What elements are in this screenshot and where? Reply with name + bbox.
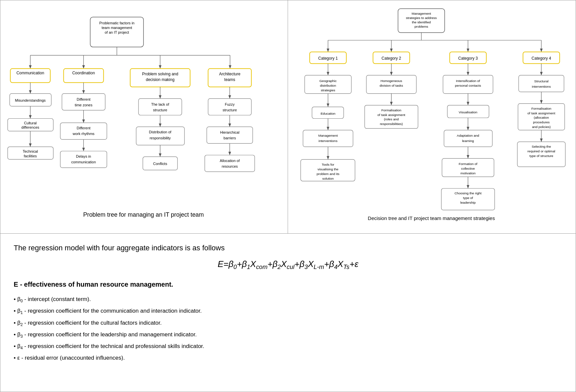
svg-marker-142 — [467, 72, 469, 75]
svg-text:Geographic: Geographic — [319, 79, 337, 83]
svg-text:time zones: time zones — [75, 103, 93, 107]
bullet-item: ε - residual error (unaccounted influenc… — [14, 352, 562, 364]
svg-text:Different: Different — [77, 97, 90, 101]
svg-text:Communication: Communication — [16, 71, 44, 75]
svg-marker-114 — [327, 104, 329, 107]
svg-marker-14 — [229, 65, 231, 69]
svg-text:Education: Education — [321, 112, 335, 115]
svg-text:of task assignment: of task assignment — [528, 111, 555, 115]
svg-text:(allocation: (allocation — [534, 116, 549, 119]
svg-text:Different: Different — [77, 126, 90, 130]
svg-text:Coordination: Coordination — [72, 71, 95, 75]
svg-text:of an IT project: of an IT project — [105, 30, 129, 34]
svg-rect-119 — [303, 130, 353, 147]
svg-text:visualising the: visualising the — [318, 167, 339, 171]
svg-text:motivation: motivation — [461, 171, 476, 175]
svg-text:problem and its: problem and its — [317, 172, 339, 176]
svg-text:interventions: interventions — [532, 85, 551, 88]
svg-text:responsibility: responsibility — [150, 136, 171, 140]
svg-text:Category 4: Category 4 — [532, 56, 551, 61]
svg-text:decision making: decision making — [146, 77, 175, 82]
svg-text:collective: collective — [461, 167, 475, 170]
bullet-item: β1 - regression coefficient for the comm… — [14, 305, 562, 317]
svg-text:of task assignment: of task assignment — [377, 113, 405, 117]
svg-rect-169 — [519, 75, 564, 92]
svg-text:responsibilities): responsibilities) — [380, 122, 403, 126]
bottom-section: The regression model with four aggregate… — [0, 234, 576, 392]
svg-text:solution: solution — [322, 177, 334, 180]
svg-marker-12 — [82, 65, 85, 69]
svg-text:facilities: facilities — [24, 154, 37, 158]
svg-marker-35 — [29, 143, 32, 147]
svg-marker-40 — [82, 90, 85, 94]
svg-rect-80 — [205, 155, 255, 172]
svg-text:Problem tree for managing an I: Problem tree for managing an IT project … — [83, 211, 204, 218]
svg-marker-135 — [390, 102, 393, 105]
svg-text:Structural: Structural — [534, 79, 549, 83]
svg-text:communication: communication — [71, 160, 96, 164]
svg-text:Formation of: Formation of — [459, 162, 477, 166]
bullet-item: β2 - regression coefficient for the cult… — [14, 317, 562, 329]
bullet-item: β0 - intercept (constant term). — [14, 294, 562, 305]
bullet-item: β3 - regression coefficient for the lead… — [14, 329, 562, 341]
svg-text:Selecting the: Selecting the — [532, 145, 551, 148]
svg-text:structure: structure — [223, 108, 237, 112]
svg-rect-70 — [208, 99, 252, 115]
svg-text:Adaptation and: Adaptation and — [457, 134, 479, 137]
svg-rect-41 — [62, 94, 105, 110]
svg-text:Problematic factors in: Problematic factors in — [99, 21, 134, 25]
svg-marker-181 — [540, 138, 543, 142]
right-panel: Management strategies to address the ide… — [288, 0, 576, 233]
svg-text:Category 3: Category 3 — [458, 56, 478, 61]
bullet-item: β4 - regression coefficient for the tech… — [14, 341, 562, 352]
svg-text:procedures: procedures — [533, 120, 550, 124]
svg-text:resources: resources — [222, 164, 238, 168]
svg-text:teams: teams — [224, 77, 235, 82]
svg-text:Misunderstandings: Misunderstandings — [15, 98, 46, 102]
svg-text:required or optimal: required or optimal — [528, 149, 555, 153]
svg-text:Homogeneous: Homogeneous — [380, 79, 402, 83]
svg-text:Intensification of: Intensification of — [456, 79, 480, 83]
svg-rect-46 — [60, 123, 107, 139]
decision-tree-svg: Management strategies to address the ide… — [288, 0, 576, 233]
svg-marker-74 — [228, 123, 231, 127]
svg-text:Distribution of: Distribution of — [149, 130, 172, 134]
svg-text:work rhythms: work rhythms — [72, 132, 95, 136]
svg-marker-50 — [82, 148, 85, 151]
svg-marker-108 — [327, 72, 329, 75]
svg-text:Category 1: Category 1 — [318, 56, 338, 61]
svg-text:type of structure: type of structure — [529, 154, 553, 158]
left-panel: Problematic factors in team management o… — [0, 0, 288, 233]
svg-marker-151 — [467, 127, 469, 130]
top-section: Problematic factors in team management o… — [0, 0, 576, 234]
svg-marker-69 — [228, 95, 231, 99]
svg-rect-75 — [207, 127, 253, 143]
svg-text:Visualisation: Visualisation — [459, 110, 477, 114]
svg-marker-98 — [540, 49, 543, 52]
svg-text:the identified: the identified — [412, 20, 431, 24]
svg-marker-96 — [467, 49, 469, 52]
svg-text:personal contacts: personal contacts — [455, 84, 481, 87]
problem-tree-svg: Problematic factors in team management o… — [0, 0, 288, 233]
svg-marker-118 — [327, 127, 329, 130]
svg-text:structure: structure — [153, 108, 168, 112]
svg-text:differences: differences — [21, 125, 39, 129]
svg-marker-94 — [390, 49, 393, 52]
svg-text:strategies to address: strategies to address — [406, 16, 437, 20]
svg-text:Decision tree and IT project t: Decision tree and IT project team manage… — [368, 215, 495, 221]
svg-rect-56 — [138, 99, 182, 115]
svg-marker-92 — [327, 49, 329, 52]
svg-text:barriers: barriers — [224, 136, 236, 140]
svg-marker-156 — [467, 155, 469, 158]
svg-text:Conflicts: Conflicts — [153, 162, 168, 166]
svg-text:Technical: Technical — [23, 149, 38, 153]
svg-marker-173 — [540, 100, 543, 104]
svg-text:problems: problems — [414, 25, 428, 28]
svg-text:Hierarchical: Hierarchical — [220, 130, 239, 134]
svg-text:division of tasks: division of tasks — [379, 84, 403, 87]
regression-title: The regression model with four aggregate… — [14, 244, 562, 252]
svg-text:learning: learning — [462, 139, 474, 143]
svg-text:and policies): and policies) — [532, 125, 551, 129]
svg-text:Formalisation: Formalisation — [381, 108, 401, 112]
svg-text:The lack of: The lack of — [151, 102, 170, 106]
